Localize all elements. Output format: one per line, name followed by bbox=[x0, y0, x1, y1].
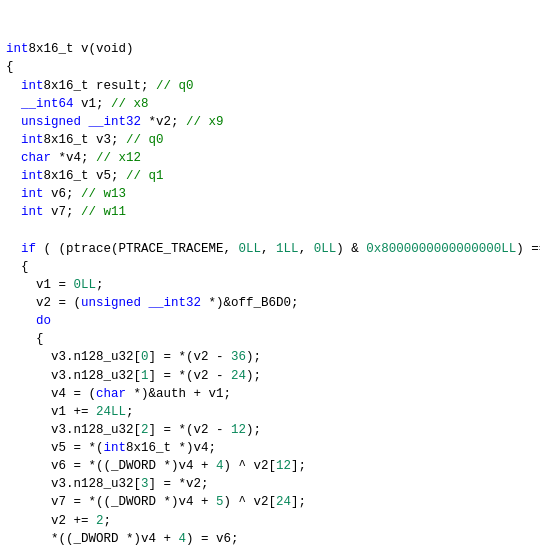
token-plain: v3.n128_u32[ bbox=[6, 477, 141, 491]
token-plain: ) == bbox=[516, 242, 540, 256]
token-plain: v6 = *(( bbox=[6, 459, 111, 473]
token-num: 0LL bbox=[239, 242, 262, 256]
token-plain: _DWORD bbox=[74, 532, 127, 546]
token-num: 0LL bbox=[74, 278, 97, 292]
token-plain bbox=[6, 314, 36, 328]
token-plain: *)v4 + bbox=[164, 495, 217, 509]
token-num: 1LL bbox=[276, 242, 299, 256]
token-plain: ) ^ v2[ bbox=[224, 459, 277, 473]
token-plain: ; bbox=[104, 514, 112, 528]
token-plain: *v2; bbox=[141, 115, 186, 129]
line-text: *((_DWORD *)v4 + 4) = v6; bbox=[6, 530, 534, 548]
token-num: 12 bbox=[231, 423, 246, 437]
token-plain: *(( bbox=[6, 532, 74, 546]
token-plain: *)v4 + bbox=[164, 459, 217, 473]
line-text: char *v4; // x12 bbox=[6, 149, 534, 167]
token-kw: __int32 bbox=[89, 115, 142, 129]
line-text: { bbox=[6, 258, 534, 276]
token-plain: *)&off_B6D0; bbox=[201, 296, 299, 310]
token-kw: unsigned bbox=[81, 296, 141, 310]
token-plain: v5 = *( bbox=[6, 441, 104, 455]
line-text: v4 = (char *)&auth + v1; bbox=[6, 385, 534, 403]
token-kw: int bbox=[21, 79, 44, 93]
line-text: v5 = *(int8x16_t *)v4; bbox=[6, 439, 534, 457]
token-plain: 8x16_t v5; bbox=[44, 169, 127, 183]
line-text: v3.n128_u32[3] = *v2; bbox=[6, 475, 534, 493]
code-line: { bbox=[0, 58, 540, 76]
token-plain: v3.n128_u32[ bbox=[6, 350, 141, 364]
line-text: int8x16_t result; // q0 bbox=[6, 77, 534, 95]
token-num: 0LL bbox=[314, 242, 337, 256]
token-plain: , bbox=[261, 242, 276, 256]
token-plain: 8x16_t *)v4; bbox=[126, 441, 216, 455]
line-text: v7 = *((_DWORD *)v4 + 5) ^ v2[24]; bbox=[6, 493, 534, 511]
token-kw: int bbox=[21, 205, 44, 219]
code-line: int8x16_t v(void) bbox=[0, 40, 540, 58]
token-plain: ); bbox=[246, 423, 261, 437]
line-text: do bbox=[6, 312, 534, 330]
token-plain: v1 += bbox=[6, 405, 96, 419]
line-text: v2 += 2; bbox=[6, 512, 534, 530]
token-plain: v7 = *(( bbox=[6, 495, 111, 509]
token-kw: unsigned bbox=[21, 115, 81, 129]
token-plain: _DWORD bbox=[111, 495, 164, 509]
line-text: __int64 v1; // x8 bbox=[6, 95, 534, 113]
code-line: v3.n128_u32[3] = *v2; bbox=[0, 475, 540, 493]
token-num: 1 bbox=[141, 369, 149, 383]
code-line: v4 = (char *)&auth + v1; bbox=[0, 385, 540, 403]
token-plain: *)v4 + bbox=[126, 532, 179, 546]
token-plain: { bbox=[6, 332, 44, 346]
token-plain: v6; bbox=[44, 187, 82, 201]
token-comment: // q0 bbox=[156, 79, 194, 93]
token-comment: // q0 bbox=[126, 133, 164, 147]
code-line: if ( (ptrace(PTRACE_TRACEME, 0LL, 1LL, 0… bbox=[0, 240, 540, 258]
token-plain: *v4; bbox=[51, 151, 96, 165]
code-line: v2 += 2; bbox=[0, 512, 540, 530]
token-comment: // x9 bbox=[186, 115, 224, 129]
line-text bbox=[6, 222, 534, 240]
token-plain: 8x16_t v(void) bbox=[29, 42, 134, 56]
code-line: v6 = *((_DWORD *)v4 + 4) ^ v2[12]; bbox=[0, 457, 540, 475]
token-kw: int bbox=[6, 42, 29, 56]
token-comment: // x8 bbox=[111, 97, 149, 111]
token-plain: { bbox=[6, 60, 14, 74]
token-plain: v4 = ( bbox=[6, 387, 96, 401]
code-line: v1 = 0LL; bbox=[0, 276, 540, 294]
token-comment: // w13 bbox=[81, 187, 126, 201]
token-plain bbox=[6, 97, 21, 111]
token-plain bbox=[6, 151, 21, 165]
token-plain bbox=[6, 79, 21, 93]
line-text: if ( (ptrace(PTRACE_TRACEME, 0LL, 1LL, 0… bbox=[6, 240, 540, 258]
token-plain: v3.n128_u32[ bbox=[6, 369, 141, 383]
line-text: { bbox=[6, 58, 534, 76]
token-num: 2 bbox=[96, 514, 104, 528]
code-line: v3.n128_u32[0] = *(v2 - 36); bbox=[0, 348, 540, 366]
token-kw: int bbox=[21, 169, 44, 183]
token-kw: int bbox=[21, 187, 44, 201]
token-num: 4 bbox=[179, 532, 187, 546]
code-line: { bbox=[0, 330, 540, 348]
token-plain: ) ^ v2[ bbox=[224, 495, 277, 509]
token-plain: ); bbox=[246, 369, 261, 383]
code-line: int v6; // w13 bbox=[0, 185, 540, 203]
line-text: int8x16_t v(void) bbox=[6, 40, 534, 58]
code-line: v5 = *(int8x16_t *)v4; bbox=[0, 439, 540, 457]
token-plain bbox=[141, 296, 149, 310]
token-plain: *)&auth + v1; bbox=[126, 387, 231, 401]
token-kw: char bbox=[96, 387, 126, 401]
line-text: v6 = *((_DWORD *)v4 + 4) ^ v2[12]; bbox=[6, 457, 534, 475]
token-kw: char bbox=[21, 151, 51, 165]
token-plain: v1; bbox=[74, 97, 112, 111]
code-line: v7 = *((_DWORD *)v4 + 5) ^ v2[24]; bbox=[0, 493, 540, 511]
token-plain bbox=[6, 169, 21, 183]
token-plain: ); bbox=[246, 350, 261, 364]
code-line: v3.n128_u32[1] = *(v2 - 24); bbox=[0, 367, 540, 385]
code-line: int8x16_t v3; // q0 bbox=[0, 131, 540, 149]
code-content: int8x16_t v(void){ int8x16_t result; // … bbox=[0, 0, 540, 550]
code-line: int8x16_t result; // q0 bbox=[0, 77, 540, 95]
token-kw: __int64 bbox=[21, 97, 74, 111]
token-plain: ) = v6; bbox=[186, 532, 239, 546]
token-plain: 8x16_t result; bbox=[44, 79, 157, 93]
token-plain: v7; bbox=[44, 205, 82, 219]
line-text: v1 += 24LL; bbox=[6, 403, 534, 421]
